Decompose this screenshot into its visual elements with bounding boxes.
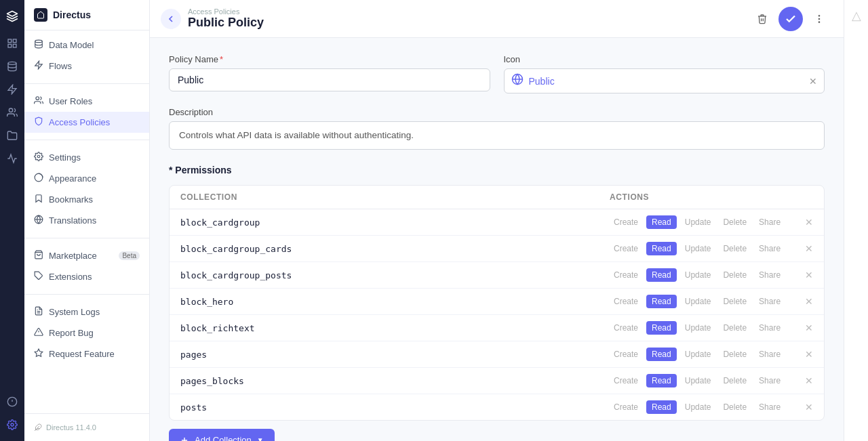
action-share-button[interactable]: Share	[755, 295, 785, 308]
permissions-header: Collection Actions	[170, 186, 824, 209]
remove-row-button[interactable]: ✕	[805, 402, 813, 413]
sidebar-label-settings: Settings	[49, 152, 81, 163]
action-create-button[interactable]: Create	[610, 348, 642, 361]
svg-marker-5	[8, 85, 16, 93]
sidebar-label-bookmarks: Bookmarks	[49, 194, 93, 205]
action-share-button[interactable]: Share	[755, 348, 785, 361]
action-update-button[interactable]: Update	[681, 348, 715, 361]
remove-row-button[interactable]: ✕	[805, 243, 813, 254]
required-indicator: *	[220, 54, 223, 64]
collection-name: block_hero	[180, 297, 610, 307]
sidebar-item-bookmarks[interactable]: Bookmarks	[24, 189, 149, 210]
nav-users-icon[interactable]	[3, 103, 22, 122]
nav-data-icon[interactable]	[3, 57, 22, 76]
page-title: Public Policy	[188, 16, 745, 30]
policy-name-input[interactable]	[169, 68, 490, 91]
table-row: block_cardgroup_cardsCreateReadUpdateDel…	[170, 236, 824, 262]
back-button[interactable]	[161, 9, 181, 29]
more-options-button[interactable]	[808, 8, 830, 30]
action-delete-button[interactable]: Delete	[719, 348, 751, 361]
nav-settings-icon[interactable]	[3, 415, 22, 434]
icon-clear-button[interactable]: ✕	[809, 76, 817, 87]
action-read-button[interactable]: Read	[646, 374, 677, 387]
sidebar-label-appearance: Appearance	[49, 173, 96, 184]
nav-home-icon[interactable]	[3, 34, 22, 53]
report-bug-icon	[34, 327, 43, 339]
sidebar-label-extensions: Extensions	[49, 272, 92, 282]
sidebar-item-flows[interactable]: Flows	[24, 56, 149, 77]
table-row: block_cardgroup_postsCreateReadUpdateDel…	[170, 262, 824, 289]
action-read-button[interactable]: Read	[646, 215, 677, 229]
sidebar-section-2: User Roles Access Policies	[24, 87, 149, 137]
action-create-button[interactable]: Create	[610, 321, 642, 335]
action-update-button[interactable]: Update	[681, 400, 715, 414]
action-share-button[interactable]: Share	[755, 321, 785, 335]
sidebar-header: Directus	[24, 0, 149, 30]
action-read-button[interactable]: Read	[646, 268, 677, 282]
system-logs-icon	[34, 306, 43, 318]
action-delete-button[interactable]: Delete	[719, 400, 751, 414]
action-share-button[interactable]: Share	[755, 268, 785, 282]
remove-row-button[interactable]: ✕	[805, 217, 813, 228]
action-update-button[interactable]: Update	[681, 215, 715, 229]
brand-logo[interactable]	[3, 7, 22, 26]
action-delete-button[interactable]: Delete	[719, 295, 751, 308]
action-update-button[interactable]: Update	[681, 242, 715, 255]
action-update-button[interactable]: Update	[681, 295, 715, 308]
action-delete-button[interactable]: Delete	[719, 321, 751, 335]
action-create-button[interactable]: Create	[610, 400, 642, 414]
action-share-button[interactable]: Share	[755, 374, 785, 387]
action-read-button[interactable]: Read	[646, 295, 677, 308]
add-collection-button[interactable]: Add Collection ▼	[169, 429, 275, 441]
sidebar-item-marketplace[interactable]: Marketplace Beta	[24, 245, 149, 266]
sidebar-item-system-logs[interactable]: System Logs	[24, 301, 149, 322]
sidebar-item-extensions[interactable]: Extensions	[24, 266, 149, 287]
database-icon	[34, 39, 43, 51]
action-read-button[interactable]: Read	[646, 400, 677, 414]
delete-button[interactable]	[751, 8, 773, 30]
action-create-button[interactable]: Create	[610, 374, 642, 387]
sidebar-item-translations[interactable]: Translations	[24, 210, 149, 231]
sidebar-label-access-policies: Access Policies	[49, 117, 110, 127]
nav-info-icon[interactable]	[3, 392, 22, 411]
action-delete-button[interactable]: Delete	[719, 242, 751, 255]
sidebar-item-appearance[interactable]: Appearance	[24, 168, 149, 189]
permissions-section: * Permissions Collection Actions block_c…	[169, 165, 825, 441]
action-share-button[interactable]: Share	[755, 400, 785, 414]
save-button[interactable]	[778, 7, 803, 31]
sidebar-item-access-policies[interactable]: Access Policies	[24, 112, 149, 133]
action-buttons: CreateReadUpdateDeleteShare✕	[610, 374, 813, 387]
action-delete-button[interactable]: Delete	[719, 374, 751, 387]
action-update-button[interactable]: Update	[681, 374, 715, 387]
remove-row-button[interactable]: ✕	[805, 270, 813, 280]
table-row: pagesCreateReadUpdateDeleteShare✕	[170, 341, 824, 368]
action-create-button[interactable]: Create	[610, 268, 642, 282]
icon-input-wrap[interactable]: Public ✕	[504, 68, 825, 93]
action-create-button[interactable]: Create	[610, 242, 642, 255]
remove-row-button[interactable]: ✕	[805, 375, 813, 386]
action-share-button[interactable]: Share	[755, 242, 785, 255]
description-value: Controls what API data is available with…	[169, 121, 825, 150]
remove-row-button[interactable]: ✕	[805, 322, 813, 333]
action-create-button[interactable]: Create	[610, 215, 642, 229]
action-delete-button[interactable]: Delete	[719, 268, 751, 282]
sidebar-item-report-bug[interactable]: Report Bug	[24, 322, 149, 343]
action-share-button[interactable]: Share	[755, 215, 785, 229]
sidebar-item-data-model[interactable]: Data Model	[24, 35, 149, 56]
nav-flows-icon[interactable]	[3, 80, 22, 99]
sidebar-item-user-roles[interactable]: User Roles	[24, 91, 149, 112]
sidebar-item-request-feature[interactable]: Request Feature	[24, 343, 149, 364]
remove-row-button[interactable]: ✕	[805, 349, 813, 360]
action-read-button[interactable]: Read	[646, 242, 677, 255]
nav-files-icon[interactable]	[3, 126, 22, 145]
action-read-button[interactable]: Read	[646, 348, 677, 361]
remove-row-button[interactable]: ✕	[805, 296, 813, 307]
action-read-button[interactable]: Read	[646, 321, 677, 335]
action-update-button[interactable]: Update	[681, 268, 715, 282]
table-row: block_cardgroupCreateReadUpdateDeleteSha…	[170, 209, 824, 236]
sidebar-item-settings[interactable]: Settings	[24, 147, 149, 168]
action-update-button[interactable]: Update	[681, 321, 715, 335]
nav-activity-icon[interactable]	[3, 149, 22, 168]
action-delete-button[interactable]: Delete	[719, 215, 751, 229]
action-create-button[interactable]: Create	[610, 295, 642, 308]
